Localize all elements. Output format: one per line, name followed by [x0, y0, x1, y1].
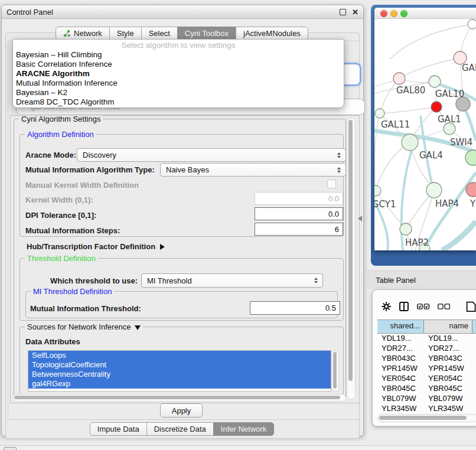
network-node-GAL1[interactable] [444, 123, 455, 135]
close-icon[interactable]: ✕ [352, 9, 358, 15]
table-toolbar [373, 297, 476, 316]
select-all-checked-icon[interactable] [417, 302, 429, 311]
algorithm-option[interactable]: Basic Correlation Inference [13, 60, 344, 69]
algorithm-option[interactable]: Bayesian – K2 [13, 88, 344, 97]
mi-threshold-definition-title: MI Threshold Definition [31, 287, 114, 296]
dpi-tolerance-value: 0.0 [328, 210, 339, 219]
apply-button[interactable]: Apply [160, 403, 203, 418]
table-cell [472, 353, 476, 363]
manual-kernel-checkbox[interactable] [327, 180, 336, 188]
network-node-HAP2[interactable] [400, 223, 412, 235]
screen: Control Panel ✕ Network Style Select Cyn [0, 0, 476, 450]
tab-jactivemnodules[interactable]: jActiveMNodules [236, 27, 308, 40]
table-row[interactable]: YBL079WYBL079W [377, 393, 476, 403]
table-cell: YPR145W [424, 363, 472, 373]
which-threshold-combo[interactable]: MI Threshold [141, 273, 323, 288]
table-row[interactable]: YDL19...YDL19...13 [377, 333, 476, 343]
table-row[interactable]: YBR043CYBR043C [377, 353, 476, 363]
network-node-GAL80[interactable] [393, 73, 405, 84]
table-horizontal-scrollbar[interactable] [377, 414, 476, 422]
network-node-HAP4[interactable] [426, 182, 442, 198]
column-header-cut[interactable] [472, 320, 476, 333]
close-traffic-light-icon[interactable] [380, 10, 387, 17]
stepper-arrows-icon [311, 278, 321, 283]
network-node-top-partial[interactable] [468, 19, 476, 29]
table-body[interactable]: YDL19...YDL19...13YDR27...YDR27...12YBR0… [377, 333, 476, 414]
table-row[interactable]: YBR045CYBR045C9. [377, 383, 476, 393]
column-header-shared[interactable]: shared... [377, 320, 424, 333]
tab-discretize-data[interactable]: Discretize Data [146, 422, 214, 436]
minimized-panel-icon[interactable] [4, 447, 17, 450]
data-attributes-list[interactable]: SelfLoopsTopologicalCoefficientBetweenne… [28, 350, 331, 392]
table-cell: YLR345W [377, 403, 424, 413]
settings-horizontal-scrollbar[interactable] [12, 394, 346, 402]
attributes-list-scrollbar[interactable] [331, 350, 339, 392]
attribute-list-item[interactable]: SelfLoops [28, 351, 331, 360]
mi-type-combo[interactable]: Naive Bayes [160, 163, 346, 177]
attribute-list-item[interactable]: TopologicalCoefficient [28, 360, 331, 370]
network-icon [63, 30, 71, 37]
table-row[interactable]: YLR345WYLR345W9. [377, 403, 476, 413]
tab-cyni-toolbox[interactable]: Cyni Toolbox [177, 27, 236, 40]
stepper-arrows-icon [334, 167, 344, 173]
network-node-GCY1[interactable] [374, 185, 381, 196]
hub-definition-expander[interactable]: Hub/Transcription Factor Definition [27, 242, 165, 251]
tab-style[interactable]: Style [109, 27, 142, 40]
dpi-tolerance-field[interactable]: 0.0 [255, 207, 343, 220]
tab-select[interactable]: Select [141, 27, 178, 40]
panel-divider-arrow-icon[interactable] [358, 216, 362, 221]
table-cell: YBL079W [424, 393, 472, 403]
cyni-algorithm-settings-title: Cyni Algorithm Settings [19, 115, 103, 123]
algorithm-option[interactable]: Mutual Information Inference [13, 79, 344, 88]
tab-impute-data[interactable]: Impute Data [90, 422, 147, 436]
mi-threshold-field[interactable]: 0.5 [250, 301, 340, 315]
table-header-row: shared... name [377, 319, 476, 334]
minimize-traffic-light-icon[interactable] [390, 10, 397, 17]
table-panel-window: shared... name YDL19...YDL19...13YDR27..… [372, 289, 476, 426]
algorithm-definition-title: Algorithm Definition [25, 130, 96, 139]
node-label: GAL10 [435, 89, 464, 99]
table-cell: 8. [472, 373, 476, 383]
float-window-icon[interactable] [340, 9, 346, 15]
split-columns-icon[interactable] [399, 300, 409, 313]
column-header-name[interactable]: name [424, 320, 472, 333]
network-canvas[interactable]: GALGAL80GAL10GAL1GAL11SWI4GAL4GCY1HAP4YH… [374, 18, 476, 250]
table-row[interactable]: YDR27...YDR27...12 [377, 343, 476, 353]
settings-vertical-scrollbar[interactable] [347, 118, 356, 400]
table-cell: YBR045C [424, 383, 472, 393]
table-cell: 12 [472, 343, 476, 353]
network-window-titlebar[interactable] [374, 8, 476, 19]
control-panel-titlebar[interactable]: Control Panel ✕ [2, 5, 363, 19]
aracne-mode-combo[interactable]: Discovery [77, 148, 346, 162]
table-cell: YLR345W [424, 403, 472, 413]
document-partial-icon[interactable] [466, 299, 476, 314]
attribute-list-item[interactable]: BetweennessCentrality [28, 370, 331, 379]
network-node-GAL4[interactable] [402, 134, 418, 151]
algorithm-option[interactable]: ARACNE Algorithm [13, 69, 344, 79]
table-cell: 9. [472, 383, 476, 393]
attribute-list-item[interactable]: gal4RGexp [28, 379, 331, 389]
table-row[interactable]: YER054CYER054C8. [377, 373, 476, 383]
algorithm-option[interactable]: Dream8 DC_TDC Algorithm [13, 97, 344, 107]
network-node-red-node[interactable] [431, 102, 442, 112]
node-label: GAL [462, 63, 476, 73]
sources-title[interactable]: Sources for Network Inference [25, 322, 143, 331]
tab-infer-network[interactable]: Infer Network [213, 422, 274, 436]
network-node-GAL11[interactable] [375, 109, 384, 118]
network-graph[interactable]: GALGAL80GAL10GAL1GAL11SWI4GAL4GCY1HAP4YH… [374, 18, 476, 250]
algorithm-option[interactable]: Bayesian – Hill Climbing [13, 50, 344, 60]
node-label: GAL11 [381, 119, 410, 130]
tab-network[interactable]: Network [56, 27, 110, 40]
table-row[interactable]: YPR145WYPR145W9. [377, 363, 476, 373]
table-cell: YPR145W [377, 363, 424, 373]
kernel-width-field[interactable]: 0.0 [255, 192, 343, 205]
network-node-SWI4[interactable] [465, 150, 476, 165]
mi-steps-field[interactable]: 6 [255, 223, 343, 236]
zoom-traffic-light-icon[interactable] [400, 10, 407, 17]
network-node-GAL10[interactable] [429, 76, 441, 87]
deselect-all-unchecked-icon[interactable] [438, 302, 450, 311]
mi-type-value: Naive Bayes [166, 165, 334, 174]
node-label: HAP2 [405, 237, 429, 248]
gear-icon[interactable] [382, 301, 391, 312]
network-node-Y-cut[interactable] [466, 182, 476, 197]
